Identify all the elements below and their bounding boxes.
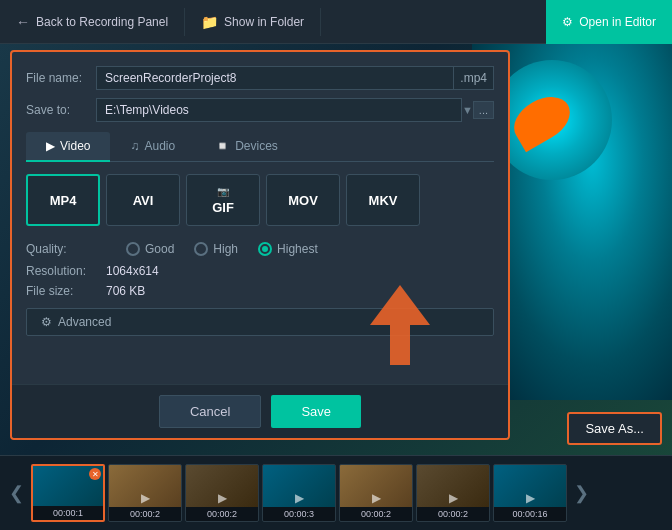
saveto-dropdown-icon[interactable]: ▼ [462, 104, 473, 116]
folder-icon: 📁 [201, 14, 218, 30]
saveto-field: E:\Temp\Videos [96, 98, 462, 122]
tab-audio[interactable]: ♫ Audio [110, 132, 195, 162]
tab-audio-label: Audio [144, 139, 175, 153]
saveto-label: Save to: [26, 103, 96, 117]
back-label: Back to Recording Panel [36, 15, 168, 29]
gif-icon: 📷 [217, 186, 229, 197]
file-extension: .mp4 [454, 66, 494, 90]
thumb-time-1: 00:00:1 [33, 506, 103, 520]
audio-tab-icon: ♫ [130, 139, 139, 153]
show-folder-label: Show in Folder [224, 15, 304, 29]
thumb-time-6: 00:00:2 [417, 507, 489, 521]
thumb-play-4: ▶ [295, 491, 304, 505]
tab-devices-label: Devices [235, 139, 278, 153]
thumb-time-7: 00:00:16 [494, 507, 566, 521]
save-as-button[interactable]: Save As... [567, 412, 662, 445]
timeline-prev[interactable]: ❮ [5, 482, 28, 504]
resolution-label: Resolution: [26, 264, 106, 278]
open-in-editor-button[interactable]: ⚙ Open in Editor [546, 0, 672, 44]
tab-video[interactable]: ▶ Video [26, 132, 110, 162]
toolbar: ← Back to Recording Panel 📁 Show in Fold… [0, 0, 672, 44]
quality-high-option[interactable]: High [194, 242, 238, 256]
video-tab-icon: ▶ [46, 139, 55, 153]
back-icon: ← [16, 14, 30, 30]
thumb-time-4: 00:00:3 [263, 507, 335, 521]
export-dialog: File name: .mp4 Save to: E:\Temp\Videos … [10, 50, 510, 440]
open-editor-icon: ⚙ [562, 15, 573, 29]
quality-highest-label: Highest [277, 242, 318, 256]
save-button[interactable]: Save [271, 395, 361, 428]
cancel-button[interactable]: Cancel [159, 395, 261, 428]
thumb-time-5: 00:00:2 [340, 507, 412, 521]
timeline-thumb-3[interactable]: ▶ 00:00:2 [185, 464, 259, 522]
timeline-thumb-7[interactable]: ▶ 00:00:16 [493, 464, 567, 522]
devices-tab-icon: ◽ [215, 139, 230, 153]
thumb-play-5: ▶ [372, 491, 381, 505]
timeline-thumb-2[interactable]: ▶ 00:00:2 [108, 464, 182, 522]
dialog-footer: Cancel Save [12, 384, 508, 438]
tab-devices[interactable]: ◽ Devices [195, 132, 298, 162]
thumb-play-2: ▶ [141, 491, 150, 505]
timeline-thumb-1[interactable]: ✕ 00:00:1 [31, 464, 105, 522]
format-buttons: MP4 AVI 📷 GIF MOV MKV [26, 174, 494, 226]
quality-high-radio[interactable] [194, 242, 208, 256]
open-editor-label: Open in Editor [579, 15, 656, 29]
thumb-badge-1: ✕ [89, 468, 101, 480]
saveto-row: Save to: E:\Temp\Videos ▼ ... [26, 98, 494, 122]
thumb-play-6: ▶ [449, 491, 458, 505]
filename-label: File name: [26, 71, 96, 85]
timeline: ❮ ✕ 00:00:1 ▶ 00:00:2 ▶ 00:00:2 ▶ 00:00:… [0, 455, 672, 530]
advanced-icon: ⚙ [41, 315, 52, 329]
mp4-label: MP4 [50, 193, 77, 208]
back-button[interactable]: ← Back to Recording Panel [0, 8, 185, 36]
resolution-row: Resolution: 1064x614 [26, 264, 494, 278]
filesize-row: File size: 706 KB [26, 284, 494, 298]
tab-video-label: Video [60, 139, 90, 153]
timeline-thumb-5[interactable]: ▶ 00:00:2 [339, 464, 413, 522]
format-avi-button[interactable]: AVI [106, 174, 180, 226]
filesize-value: 706 KB [106, 284, 145, 298]
quality-good-option[interactable]: Good [126, 242, 174, 256]
avi-label: AVI [133, 193, 154, 208]
quality-high-label: High [213, 242, 238, 256]
quality-row: Quality: Good High Highest [26, 242, 494, 256]
advanced-label: Advanced [58, 315, 111, 329]
quality-highest-option[interactable]: Highest [258, 242, 318, 256]
quality-label: Quality: [26, 242, 106, 256]
quality-highest-radio[interactable] [258, 242, 272, 256]
format-mp4-button[interactable]: MP4 [26, 174, 100, 226]
quality-good-radio[interactable] [126, 242, 140, 256]
filename-row: File name: .mp4 [26, 66, 494, 90]
mkv-label: MKV [369, 193, 398, 208]
format-gif-button[interactable]: 📷 GIF [186, 174, 260, 226]
timeline-next[interactable]: ❯ [570, 482, 593, 504]
timeline-thumb-6[interactable]: ▶ 00:00:2 [416, 464, 490, 522]
format-tabs: ▶ Video ♫ Audio ◽ Devices [26, 132, 494, 162]
filesize-label: File size: [26, 284, 106, 298]
thumb-play-7: ▶ [526, 491, 535, 505]
thumb-play-3: ▶ [218, 491, 227, 505]
filename-input[interactable] [96, 66, 454, 90]
quality-good-label: Good [145, 242, 174, 256]
format-mov-button[interactable]: MOV [266, 174, 340, 226]
gif-label: GIF [212, 200, 234, 215]
thumb-time-2: 00:00:2 [109, 507, 181, 521]
show-folder-button[interactable]: 📁 Show in Folder [185, 8, 321, 36]
timeline-thumb-4[interactable]: ▶ 00:00:3 [262, 464, 336, 522]
mov-label: MOV [288, 193, 318, 208]
resolution-value: 1064x614 [106, 264, 159, 278]
thumb-time-3: 00:00:2 [186, 507, 258, 521]
advanced-button[interactable]: ⚙ Advanced [26, 308, 494, 336]
saveto-path: E:\Temp\Videos [105, 103, 189, 117]
format-mkv-button[interactable]: MKV [346, 174, 420, 226]
saveto-browse-button[interactable]: ... [473, 101, 494, 119]
